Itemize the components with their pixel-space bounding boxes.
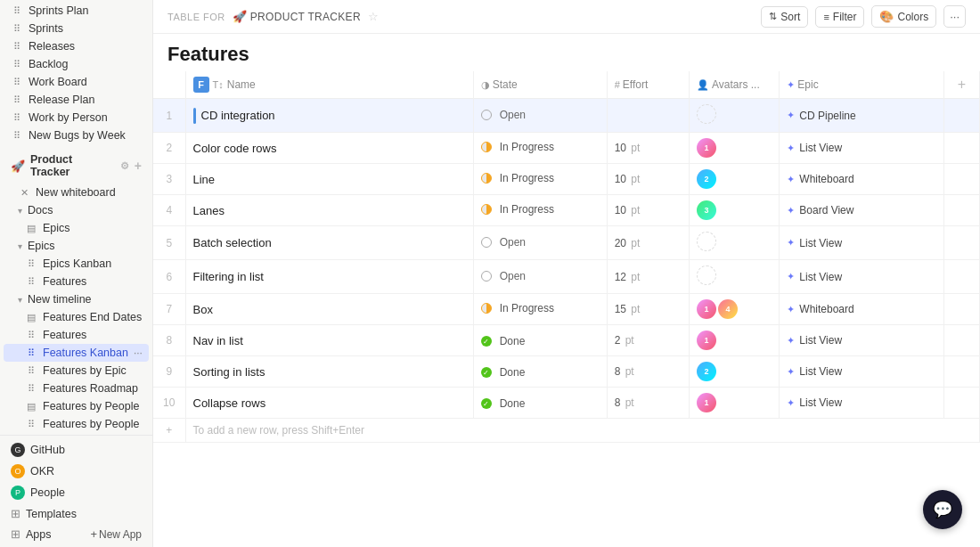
col-avatars[interactable]: 👤 Avatars ... <box>689 71 779 99</box>
more-button[interactable]: ··· <box>943 5 966 28</box>
sidebar-item-features-end-dates[interactable]: ⠿ Features <box>4 326 149 344</box>
sidebar-item-release-plan[interactable]: ⠿ Release Plan <box>4 91 149 109</box>
row-name-cell[interactable]: Color code rows <box>185 133 473 164</box>
row-name: Color code rows <box>193 142 277 155</box>
row-name-cell[interactable]: Nav in list <box>185 325 473 356</box>
grid-icon: ⠿ <box>11 23 23 35</box>
sort-button[interactable]: ⇅ Sort <box>761 6 808 28</box>
sidebar-item-features-group[interactable]: ▾ New timeline <box>4 290 149 308</box>
sidebar-item-features-by-epic[interactable]: ⠿ Features Roadmap <box>4 380 149 397</box>
sidebar-item-features-active[interactable]: ⠿ Features Kanban ··· <box>4 344 149 362</box>
sidebar-item-docs[interactable]: ▾ Docs <box>4 201 149 219</box>
col-epic[interactable]: ✦ Epic <box>780 71 944 99</box>
col-state[interactable]: ◑ State <box>473 71 607 99</box>
avatar: 1 <box>697 331 716 350</box>
sort-icon: ⇅ <box>769 11 777 22</box>
sidebar-item-epics-list[interactable]: ⠿ Epics Kanban <box>4 255 149 273</box>
state-label: In Progress <box>500 141 554 153</box>
avatar: 2 <box>697 169 716 189</box>
table-row: 9Sorting in lists✓Done8 pt2✦List View <box>153 356 980 388</box>
sidebar-item-work-board[interactable]: ⠿ Work Board <box>4 73 149 91</box>
row-state-cell: In Progress <box>473 195 607 226</box>
add-icon[interactable]: + <box>135 159 142 173</box>
row-name-cell[interactable]: CD integration <box>185 99 473 133</box>
row-name-cell[interactable]: Line <box>185 164 473 195</box>
sidebar-apps[interactable]: ⊞ Apps <box>11 527 52 541</box>
sidebar-item-templates[interactable]: ⊞ Templates <box>4 503 149 524</box>
epic-icon: ✦ <box>787 397 795 409</box>
page-header: Features <box>153 34 980 71</box>
avatar: 1 <box>697 393 716 412</box>
sidebar-item-people[interactable]: P People <box>4 482 149 503</box>
row-name: Nav in list <box>193 334 243 347</box>
row-epic-cell: ✦List View <box>780 133 944 164</box>
filter-button[interactable]: ≡ Filter <box>815 6 864 28</box>
row-extra-cell <box>944 195 980 226</box>
chevron-down-icon: ▾ <box>18 206 22 216</box>
row-avatars-cell <box>689 260 779 294</box>
row-name: Sorting in lists <box>193 365 265 379</box>
effort-value: 10 <box>615 173 626 185</box>
plus-icon: + <box>90 527 97 541</box>
add-row[interactable]: + To add a new row, press Shift+Enter <box>153 419 980 443</box>
row-name-cell[interactable]: Lanes <box>185 195 473 226</box>
sidebar-item-new-bugs-by-week[interactable]: ⠿ New Bugs by Week <box>4 127 149 144</box>
sidebar-item-product-vision[interactable]: ▤ Epics <box>4 219 149 237</box>
sidebar-item-okr[interactable]: O OKR <box>4 461 149 482</box>
table-body: 1CD integrationOpen✦CD Pipeline2Color co… <box>153 99 980 443</box>
sidebar-item-features-roadmap[interactable]: ▤ Features by People <box>4 397 149 415</box>
sidebar-item-new-timeline[interactable]: ▤ Features End Dates <box>4 308 149 326</box>
row-name-cell[interactable]: Batch selection <box>185 226 473 260</box>
tracker-name[interactable]: 🚀 PRODUCT TRACKER <box>233 10 361 23</box>
col-effort[interactable]: # Effort <box>607 71 689 99</box>
sidebar-product-section: ✕ New whiteboard ▾ Docs ▤ Epics ▾ Epics … <box>0 182 152 435</box>
avatar: 2 <box>697 362 716 381</box>
row-name: Line <box>193 173 216 186</box>
col-name[interactable]: F T↕ Name <box>185 71 473 99</box>
sidebar-product-tracker[interactable]: 🚀 Product Tracker ⚙ + <box>4 150 149 182</box>
row-name: Filtering in list <box>193 270 264 283</box>
star-icon[interactable]: ☆ <box>368 10 379 23</box>
sidebar-item-epics-group[interactable]: ▾ Epics <box>4 237 149 255</box>
state-label: Done <box>500 335 526 347</box>
settings-icon[interactable]: ⚙ <box>120 160 129 172</box>
row-avatars-cell <box>689 99 779 133</box>
epic-icon: ✦ <box>787 304 795 315</box>
colors-button[interactable]: 🎨 Colors <box>871 5 936 28</box>
effort-value: 2 <box>615 334 621 347</box>
sidebar-item-sprints[interactable]: ⠿ Sprints <box>4 20 149 37</box>
row-name-cell[interactable]: Collapse rows <box>185 388 473 419</box>
sidebar-item-features-by-people[interactable]: ⠿ Features by People <box>4 415 149 433</box>
row-name-cell[interactable]: Box <box>185 294 473 325</box>
grid-icon: ⠿ <box>25 365 37 377</box>
col-add[interactable]: + <box>944 71 980 99</box>
chevron-down-icon: ▾ <box>18 295 22 305</box>
sidebar-item-github[interactable]: G GitHub <box>4 439 149 461</box>
sidebar-item-work-by-person[interactable]: ⠿ Work by Person <box>4 109 149 127</box>
sidebar-item-new-whiteboard[interactable]: ✕ New whiteboard <box>4 184 149 201</box>
avatar-icon: 👤 <box>697 79 709 91</box>
sidebar-item-epics-kanban[interactable]: ⠿ Features <box>4 273 149 290</box>
row-name-cell[interactable]: Sorting in lists <box>185 356 473 388</box>
effort-unit: pt <box>622 334 633 347</box>
row-number: 5 <box>153 226 185 260</box>
row-extra-cell <box>944 388 980 419</box>
sidebar-item-backlog[interactable]: ⠿ Backlog <box>4 55 149 73</box>
row-state-cell: Open <box>473 226 607 260</box>
row-state-cell: Open <box>473 99 607 133</box>
features-table-wrap[interactable]: F T↕ Name ◑ State # <box>153 71 980 547</box>
new-app-button[interactable]: + New App <box>90 527 142 541</box>
chat-bubble[interactable]: 💬 <box>923 490 962 529</box>
state-label: In Progress <box>500 302 554 314</box>
epic-name: Whiteboard <box>799 303 853 315</box>
chevron-down-icon: ▾ <box>18 241 22 251</box>
row-effort-cell: 20 pt <box>607 226 689 260</box>
add-column-button[interactable]: + <box>958 77 966 92</box>
sidebar-item-sprints-plan[interactable]: ⠿ Sprints Plan <box>4 2 149 20</box>
row-name-cell[interactable]: Filtering in list <box>185 260 473 294</box>
epic-th-icon: ✦ <box>787 79 795 91</box>
sidebar-item-features-kanban[interactable]: ⠿ Features by Epic <box>4 362 149 380</box>
sidebar-item-releases[interactable]: ⠿ Releases <box>4 37 149 55</box>
more-options-icon[interactable]: ··· <box>134 347 143 359</box>
state-open-icon <box>481 271 492 282</box>
